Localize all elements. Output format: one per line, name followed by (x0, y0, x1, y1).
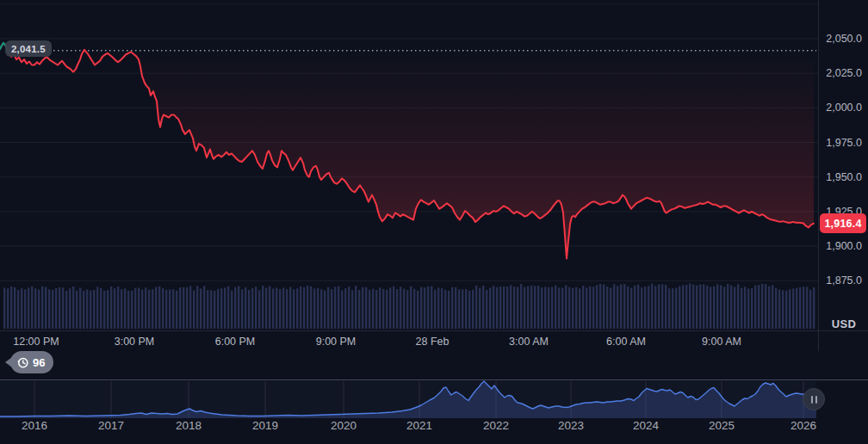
time-tick-label: 3:00 AM (509, 336, 549, 348)
year-label: 2023 (558, 419, 584, 432)
history-badge-count: 96 (33, 356, 45, 369)
price-axis[interactable]: 1,916.4 USD 2,050.02,025.02,000.01,975.0… (818, 0, 868, 351)
year-label: 2016 (22, 419, 47, 432)
price-tick-label: 1,975.0 (819, 136, 868, 150)
clock-history-icon (16, 356, 29, 369)
main-chart-pane[interactable]: 2,041.5 (0, 0, 818, 330)
price-tick-label: 2,025.0 (819, 66, 868, 80)
year-label: 2024 (633, 419, 659, 432)
currency-label: USD (819, 318, 868, 330)
main-chart-svg[interactable] (0, 0, 818, 330)
year-label: 2020 (331, 419, 356, 432)
last-price-tag: 1,916.4 (820, 213, 866, 233)
baseline-price-label: 2,041.5 (11, 44, 46, 54)
time-tick-label: 3:00 PM (115, 336, 155, 348)
time-tick-label: 9:00 AM (702, 336, 741, 348)
year-label: 2017 (98, 419, 124, 432)
time-tick-label: 12:00 PM (13, 336, 59, 348)
time-axis[interactable]: 12:00 PM3:00 PM6:00 PM9:00 PM28 Feb3:00 … (0, 330, 868, 351)
navigator-svg[interactable] (0, 380, 868, 419)
price-tick-label: 2,000.0 (819, 101, 868, 114)
year-label: 2021 (406, 419, 432, 432)
year-label: 2025 (709, 419, 735, 432)
baseline-price-pill: 2,041.5 (5, 40, 52, 57)
price-chart-widget: 2,041.5 1,916.4 USD 2,050.02,025.02,000.… (0, 0, 868, 444)
year-axis[interactable]: 2016201720182019202020212022202320242025… (0, 419, 868, 436)
price-tick-label: 1,950.0 (819, 170, 868, 184)
pause-icon (815, 396, 817, 404)
range-navigator[interactable] (0, 379, 868, 418)
pause-icon (811, 396, 813, 404)
time-tick-label: 6:00 PM (215, 336, 256, 348)
time-tick-label: 6:00 AM (606, 336, 646, 348)
year-label: 2022 (483, 419, 509, 432)
year-label: 2019 (252, 419, 278, 432)
time-tick-label: 9:00 PM (316, 336, 356, 348)
year-label: 2018 (176, 419, 202, 432)
history-badge[interactable]: 96 (10, 351, 53, 373)
last-price-label: 1,916.4 (824, 218, 861, 230)
time-tick-label: 28 Feb (416, 336, 450, 348)
price-tick-label: 2,050.0 (819, 32, 868, 46)
price-tick-label: 1,900.0 (819, 239, 868, 253)
navigator-handle[interactable] (803, 388, 825, 410)
year-label: 2026 (790, 419, 816, 432)
price-tick-label: 1,875.0 (819, 274, 868, 287)
